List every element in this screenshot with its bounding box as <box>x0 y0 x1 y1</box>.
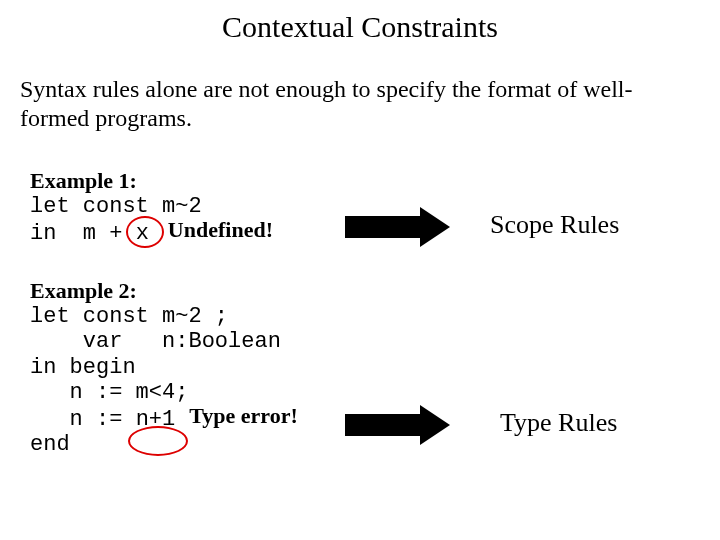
example2-annotation: Type error! <box>189 403 298 428</box>
example1-label: Example 1: <box>30 168 258 194</box>
example2-line5-lhs: n := <box>30 407 136 432</box>
oval-x-highlight <box>126 216 164 248</box>
intro-text: Syntax rules alone are not enough to spe… <box>20 75 680 133</box>
arrow-to-scope-rules <box>345 212 450 242</box>
example1-annotation: Undefined! <box>168 217 273 242</box>
example2-code-line2: var n:Boolean <box>30 329 288 354</box>
example2-code-line3: in begin <box>30 355 288 380</box>
scope-rules-label: Scope Rules <box>490 210 619 240</box>
arrow-to-type-rules <box>345 410 450 440</box>
example2-label: Example 2: <box>30 278 288 304</box>
example2-code-line1: let const m~2 ; <box>30 304 288 329</box>
oval-nplus1-highlight <box>128 426 188 456</box>
example2-code-line4: n := m<4; <box>30 380 288 405</box>
type-rules-label: Type Rules <box>500 408 617 438</box>
example1-line2-lhs: in m + <box>30 221 136 246</box>
page-title: Contextual Constraints <box>0 10 720 44</box>
